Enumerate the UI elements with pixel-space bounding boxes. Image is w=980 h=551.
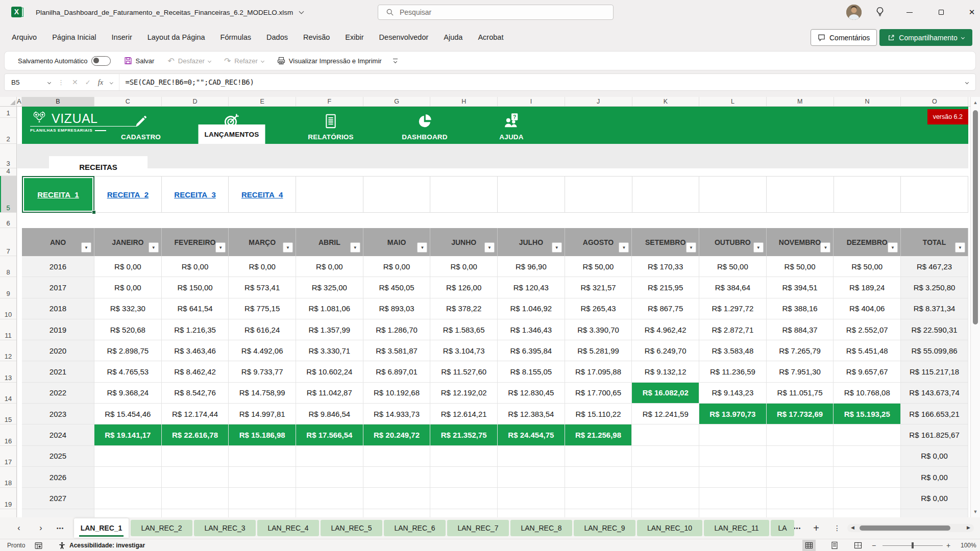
year-cell[interactable]: 2020 [22,340,94,361]
name-box[interactable]: B5 [5,74,56,90]
value-cell[interactable] [767,467,834,488]
row-header-11[interactable]: 11 [0,319,16,340]
value-cell[interactable] [363,446,431,467]
value-cell[interactable]: R$ 2.898,75 [94,340,162,361]
column-header-M[interactable]: M [767,97,834,106]
value-cell[interactable]: R$ 16.082,02 [632,383,699,404]
value-cell[interactable]: R$ 21.256,98 [565,424,632,445]
row-header-4[interactable]: 4 [0,168,16,176]
value-cell[interactable]: R$ 15.454,46 [94,404,162,424]
value-cell[interactable]: R$ 11.051,75 [767,383,834,404]
row-header-14[interactable]: 14 [0,383,16,404]
value-cell[interactable]: R$ 14.758,99 [229,383,296,404]
toolbar-overflow-button[interactable] [393,59,398,63]
value-cell[interactable] [229,488,296,509]
value-cell[interactable]: R$ 394,51 [767,277,834,298]
value-cell[interactable] [296,446,363,467]
sheet-tab-lan_rec_9[interactable]: LAN_REC_9 [574,520,635,536]
value-cell[interactable]: R$ 9.657,67 [834,361,901,382]
value-cell[interactable]: R$ 0,00 [430,256,498,277]
horizontal-scrollbar[interactable]: ◀ ▶ [847,524,974,532]
empty-cell[interactable] [363,176,431,213]
value-cell[interactable]: R$ 12.830,45 [498,383,565,404]
value-cell[interactable]: R$ 2.872,71 [699,319,767,340]
zoom-in-button[interactable]: + [946,539,950,551]
nav-cadastro[interactable]: CADASTRO [103,107,179,144]
value-cell[interactable]: R$ 7.265,79 [767,340,834,361]
sheet-tab-lan_rec_8[interactable]: LAN_REC_8 [510,520,572,536]
next-sheet-button[interactable]: › [33,517,48,539]
year-cell[interactable]: 2023 [22,404,94,424]
value-cell[interactable]: R$ 120,43 [498,277,565,298]
empty-cell[interactable] [699,509,767,517]
total-cell[interactable]: R$ 0,00 [901,446,968,467]
value-cell[interactable] [162,488,229,509]
sheet-tab-lan_rec_11[interactable]: LAN_REC_11 [704,520,769,536]
column-header-K[interactable]: K [632,97,700,106]
nav-dashboard[interactable]: DASHBOARD [386,107,463,144]
value-cell[interactable]: R$ 4.765,53 [94,361,162,382]
value-cell[interactable]: R$ 50,00 [565,256,632,277]
value-cell[interactable]: R$ 1.583,65 [430,319,498,340]
empty-cell[interactable] [632,509,699,517]
value-cell[interactable]: R$ 3.104,73 [430,340,498,361]
value-cell[interactable] [363,467,431,488]
menu-dados[interactable]: Dados [259,28,296,46]
value-cell[interactable]: R$ 11.042,87 [296,383,363,404]
year-cell[interactable]: 2018 [22,298,94,319]
autosave-toggle[interactable]: Salvamento Automático [18,56,111,66]
value-cell[interactable]: R$ 893,03 [363,298,431,319]
value-cell[interactable]: R$ 17.732,69 [767,404,834,424]
value-cell[interactable] [430,488,498,509]
filter-dropdown-icon[interactable]: ▼ [686,242,696,253]
empty-cell[interactable] [430,509,498,517]
value-cell[interactable] [834,467,901,488]
value-cell[interactable]: R$ 5.281,99 [565,340,632,361]
menu-exibir[interactable]: Exibir [337,28,371,46]
value-cell[interactable]: R$ 520,68 [94,319,162,340]
value-cell[interactable]: R$ 1.346,43 [498,319,565,340]
value-cell[interactable]: R$ 9.368,24 [94,383,162,404]
receita-tab-receita_1[interactable]: RECEITA_1 [22,176,94,213]
value-cell[interactable] [632,488,699,509]
sheet-tab-lan_rec_10[interactable]: LAN_REC_10 [637,520,702,536]
empty-cell[interactable] [834,509,901,517]
row-header-1[interactable]: 1 [0,107,16,118]
filter-dropdown-icon[interactable]: ▼ [81,242,91,253]
value-cell[interactable]: R$ 641,54 [162,298,229,319]
row-header-6[interactable]: 6 [0,213,16,228]
value-cell[interactable] [767,488,834,509]
value-cell[interactable]: R$ 9.132,12 [632,361,699,382]
comments-button[interactable]: Comentários [811,29,877,46]
value-cell[interactable]: R$ 14.933,73 [363,404,431,424]
value-cell[interactable]: R$ 388,16 [767,298,834,319]
value-cell[interactable] [430,446,498,467]
value-cell[interactable]: R$ 1.297,72 [699,298,767,319]
value-cell[interactable]: R$ 3.581,87 [363,340,431,361]
value-cell[interactable]: R$ 1.081,06 [296,298,363,319]
row-header-5[interactable]: 5 [0,176,16,213]
year-cell[interactable]: 2024 [22,424,94,445]
column-header-A[interactable]: A [17,97,22,106]
value-cell[interactable]: R$ 10.768,08 [834,383,901,404]
value-cell[interactable] [498,488,565,509]
value-cell[interactable]: R$ 332,30 [94,298,162,319]
filter-dropdown-icon[interactable]: ▼ [888,242,898,253]
empty-cell[interactable] [22,509,94,517]
sheet-tab-lan_rec_3[interactable]: LAN_REC_3 [194,520,256,536]
value-cell[interactable]: R$ 0,00 [229,256,296,277]
value-cell[interactable]: R$ 14.997,81 [229,404,296,424]
empty-cell[interactable] [498,509,565,517]
column-header-N[interactable]: N [834,97,901,106]
total-cell[interactable]: R$ 0,00 [901,467,968,488]
value-cell[interactable]: R$ 321,57 [565,277,632,298]
page-layout-view-button[interactable] [828,540,841,551]
value-cell[interactable]: R$ 12.174,44 [162,404,229,424]
more-sheets-left-button[interactable]: ••• [53,517,68,539]
total-cell[interactable]: R$ 3.250,80 [901,277,968,298]
value-cell[interactable] [229,446,296,467]
save-button[interactable]: Salvar [124,57,155,65]
value-cell[interactable]: R$ 8.542,76 [162,383,229,404]
value-cell[interactable]: R$ 0,00 [162,256,229,277]
value-cell[interactable] [162,467,229,488]
